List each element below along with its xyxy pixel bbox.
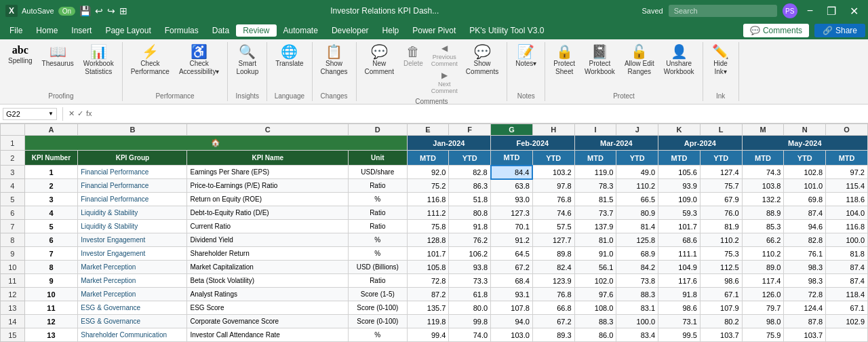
cell-o4[interactable]: 115.4 — [826, 179, 868, 193]
cell-e11[interactable]: 72.8 — [407, 274, 449, 288]
cell-k2[interactable]: MTD — [658, 151, 701, 166]
cell-d7[interactable]: Ratio — [349, 220, 408, 233]
cell-h10[interactable]: 82.4 — [532, 261, 574, 274]
restore-button[interactable]: ❐ — [823, 3, 840, 19]
cell-l12[interactable]: 67.1 — [700, 288, 742, 301]
cell-m4[interactable]: 103.8 — [742, 179, 784, 193]
cell-k6[interactable]: 59.3 — [658, 206, 701, 220]
cell-b3[interactable]: Financial Performance — [78, 166, 187, 179]
cell-d12[interactable]: Score (1-5) — [349, 288, 408, 301]
cell-l8[interactable]: 110.2 — [700, 233, 742, 247]
minimize-button[interactable]: − — [803, 3, 817, 18]
cell-l2[interactable]: YTD — [700, 151, 742, 166]
menu-item-insert[interactable]: Insert — [64, 24, 98, 37]
cell-i12[interactable]: 97.6 — [574, 288, 616, 301]
cell-m3[interactable]: 74.3 — [742, 166, 784, 179]
cell-e15[interactable]: 99.4 — [407, 328, 449, 342]
cell-n6[interactable]: 87.4 — [784, 206, 826, 220]
cell-k9[interactable]: 111.1 — [658, 247, 701, 261]
cell-d3[interactable]: USD/share — [349, 166, 408, 179]
formula-input[interactable] — [95, 109, 868, 119]
cell-o9[interactable]: 81.8 — [826, 247, 868, 261]
cell-e12[interactable]: 87.2 — [407, 288, 449, 301]
menu-item-help[interactable]: Help — [376, 24, 406, 37]
cell-i11[interactable]: 102.0 — [574, 274, 616, 288]
cell-i14[interactable]: 88.3 — [574, 315, 616, 328]
cell-f3[interactable]: 82.8 — [449, 166, 491, 179]
cell-e6[interactable]: 111.2 — [407, 206, 449, 220]
cell-d2[interactable]: Unit — [349, 151, 408, 166]
next-comment-button[interactable]: ▶ NextComment — [429, 69, 460, 96]
workbook-statistics-button[interactable]: 📊 WorkbookStatistics — [79, 42, 118, 79]
cell-n5[interactable]: 69.8 — [784, 193, 826, 206]
cell-o2[interactable]: MTD — [826, 151, 868, 166]
cell-o15[interactable] — [826, 328, 868, 342]
cell-m9[interactable]: 110.2 — [742, 247, 784, 261]
cell-h7[interactable]: 57.5 — [532, 220, 574, 233]
cell-c9[interactable]: Shareholder Return — [187, 247, 349, 261]
cell-e3[interactable]: 92.0 — [407, 166, 449, 179]
protect-workbook-button[interactable]: 📓 ProtectWorkbook — [580, 42, 619, 79]
cell-h14[interactable]: 67.2 — [532, 315, 574, 328]
cell-c15[interactable]: Investor Call Attendance Rate — [187, 328, 349, 342]
cell-b10[interactable]: Market Perception — [78, 261, 187, 274]
cell-a2[interactable]: KPI Number — [24, 151, 78, 166]
cell-c7[interactable]: Current Ratio — [187, 220, 349, 233]
cell-a8[interactable]: 6 — [24, 233, 78, 247]
cell-a13[interactable]: 11 — [24, 301, 78, 315]
cell-b5[interactable]: Financial Performance — [78, 193, 187, 206]
cell-a5[interactable]: 3 — [24, 193, 78, 206]
cell-h2[interactable]: YTD — [532, 151, 574, 166]
redo-icon[interactable]: ↪ — [107, 5, 115, 16]
cell-k8[interactable]: 68.6 — [658, 233, 701, 247]
col-header-j[interactable]: J — [616, 124, 658, 136]
menu-item-formulas[interactable]: Formulas — [158, 24, 205, 37]
cell-e4[interactable]: 75.2 — [407, 179, 449, 193]
menu-item-review[interactable]: Review — [236, 24, 276, 37]
thesaurus-button[interactable]: 📖 Thesaurus — [38, 42, 78, 71]
cell-n3[interactable]: 102.8 — [784, 166, 826, 179]
cell-g14[interactable]: 94.0 — [491, 315, 533, 328]
cell-f14[interactable]: 99.8 — [449, 315, 491, 328]
cell-h5[interactable]: 76.8 — [532, 193, 574, 206]
menu-item-file[interactable]: File — [3, 24, 29, 37]
cell-a12[interactable]: 10 — [24, 288, 78, 301]
cell-m1[interactable]: May-2024 — [742, 136, 867, 151]
cell-b2[interactable]: KPI Group — [78, 151, 187, 166]
cell-j14[interactable]: 100.0 — [616, 315, 658, 328]
cell-f5[interactable]: 51.8 — [449, 193, 491, 206]
cell-k10[interactable]: 104.9 — [658, 261, 701, 274]
cell-c13[interactable]: ESG Score — [187, 301, 349, 315]
cell-j10[interactable]: 84.2 — [616, 261, 658, 274]
cell-n13[interactable]: 124.4 — [784, 301, 826, 315]
cell-j5[interactable]: 66.5 — [616, 193, 658, 206]
cell-j2[interactable]: YTD — [616, 151, 658, 166]
function-icon[interactable]: fx — [86, 109, 92, 118]
cell-o10[interactable]: 87.4 — [826, 261, 868, 274]
cell-b11[interactable]: Market Perception — [78, 274, 187, 288]
col-header-m[interactable]: M — [742, 124, 784, 136]
cell-f9[interactable]: 106.2 — [449, 247, 491, 261]
cell-k4[interactable]: 93.9 — [658, 179, 701, 193]
cell-e10[interactable]: 105.8 — [407, 261, 449, 274]
cell-d6[interactable]: Ratio — [349, 206, 408, 220]
cell-g12[interactable]: 93.1 — [491, 288, 533, 301]
cell-l9[interactable]: 75.3 — [700, 247, 742, 261]
cell-k11[interactable]: 117.6 — [658, 274, 701, 288]
cell-a15[interactable]: 13 — [24, 328, 78, 342]
col-header-n[interactable]: N — [784, 124, 826, 136]
protect-sheet-button[interactable]: 🔒 ProtectSheet — [549, 42, 579, 79]
cell-j11[interactable]: 73.8 — [616, 274, 658, 288]
cell-l5[interactable]: 67.9 — [700, 193, 742, 206]
col-header-b[interactable]: B — [78, 124, 187, 136]
cell-g4[interactable]: 63.8 — [491, 179, 533, 193]
cell-a9[interactable]: 7 — [24, 247, 78, 261]
cell-l10[interactable]: 112.5 — [700, 261, 742, 274]
cell-d10[interactable]: USD (Billions) — [349, 261, 408, 274]
profile-avatar[interactable]: PS — [783, 3, 797, 18]
cell-n4[interactable]: 101.0 — [784, 179, 826, 193]
cell-m12[interactable]: 126.0 — [742, 288, 784, 301]
cell-i1[interactable]: Mar-2024 — [574, 136, 658, 151]
cell-e13[interactable]: 135.7 — [407, 301, 449, 315]
cell-g5[interactable]: 93.0 — [491, 193, 533, 206]
